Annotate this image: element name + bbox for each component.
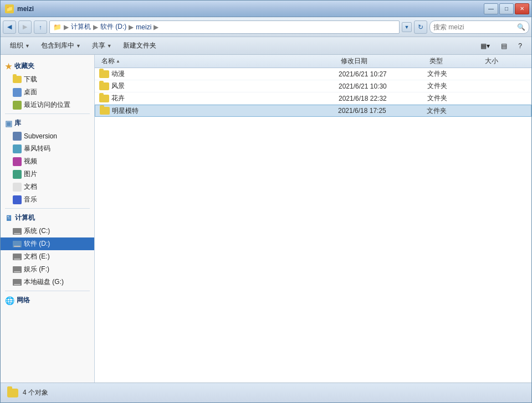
file-type-cell: 文件夹 (427, 94, 483, 103)
view-toggle-button[interactable]: ▦▾ (475, 39, 495, 53)
network-icon: 🌐 (5, 296, 14, 305)
main-content: ★ 收藏夹 下载 桌面 最近访问的位置 (1, 55, 531, 383)
organize-label: 组织 (10, 41, 23, 50)
file-type-cell: 文件夹 (427, 81, 483, 91)
new-folder-button[interactable]: 新建文件夹 (118, 39, 161, 53)
forward-button[interactable]: ▶ (18, 20, 32, 34)
folder-icon (99, 95, 109, 102)
minimize-button[interactable]: — (484, 3, 498, 14)
include-library-button[interactable]: 包含到库中 ▼ (36, 39, 86, 53)
table-row[interactable]: 花卉 2021/6/18 22:32 文件夹 (95, 92, 531, 105)
sidebar-item-download[interactable]: 下载 (1, 73, 94, 86)
col-header-name[interactable]: 名称 ▲ (99, 55, 339, 68)
path-dropdown[interactable]: ▼ (402, 22, 412, 32)
library-icon: ▣ (5, 119, 12, 128)
sidebar-subversion-label: Subversion (24, 132, 57, 140)
view-icon: ▦▾ (480, 42, 490, 50)
path-computer[interactable]: 计算机 (71, 22, 91, 32)
file-type-cell: 文件夹 (427, 106, 482, 116)
sidebar-item-image[interactable]: 图片 (1, 168, 94, 180)
file-date-cell: 2021/6/21 10:30 (339, 82, 427, 90)
help-button[interactable]: ? (513, 39, 527, 53)
table-row[interactable]: 动漫 2021/6/21 10:27 文件夹 (95, 68, 531, 80)
sidebar-item-e-drive[interactable]: 文档 (E:) (1, 250, 94, 263)
maximize-button[interactable]: □ (499, 3, 514, 14)
sidebar-network-header[interactable]: 🌐 网络 (1, 293, 94, 307)
desktop-icon (13, 88, 22, 97)
path-bar: 📁 ▶ 计算机 ▶ 软件 (D:) ▶ meizi ▶ (49, 20, 400, 34)
path-drive[interactable]: 软件 (D:) (100, 22, 126, 32)
close-button[interactable]: ✕ (515, 3, 529, 14)
search-icon[interactable]: 🔍 (517, 23, 525, 31)
file-date-cell: 2021/6/18 17:25 (338, 107, 427, 115)
sidebar-doc-label: 文档 (24, 182, 37, 192)
file-list-header: 名称 ▲ 修改日期 类型 大小 (95, 55, 531, 68)
sidebar-favorites-section: ★ 收藏夹 下载 桌面 最近访问的位置 (1, 59, 94, 111)
new-folder-label: 新建文件夹 (123, 41, 156, 50)
nav-bar: ◀ ▶ ↑ 📁 ▶ 计算机 ▶ 软件 (D:) ▶ meizi ▶ ▼ ↻ 🔍 (1, 17, 531, 37)
status-count: 4 个对象 (23, 388, 48, 397)
share-arrow: ▼ (107, 43, 112, 49)
search-input[interactable] (433, 23, 515, 31)
folder-icon (99, 82, 109, 90)
details-view-button[interactable]: ▤ (496, 39, 512, 53)
f-drive-icon (13, 266, 22, 273)
sidebar-item-desktop[interactable]: 桌面 (1, 86, 94, 99)
file-name-cell: 动漫 (99, 69, 339, 79)
file-list: 动漫 2021/6/21 10:27 文件夹 风景 2021/6/21 10:3… (95, 68, 531, 383)
folder-icon (100, 107, 110, 115)
path-folder[interactable]: meizi (136, 23, 151, 31)
sort-arrow-name: ▲ (116, 59, 120, 64)
sidebar-item-recent[interactable]: 最近访问的位置 (1, 99, 94, 111)
details-icon: ▤ (501, 42, 507, 50)
toolbar: 组织 ▼ 包含到库中 ▼ 共享 ▼ 新建文件夹 ▦▾ ▤ ? (1, 37, 531, 55)
sidebar-network-section: 🌐 网络 (1, 293, 94, 307)
sidebar-favorites-label: 收藏夹 (14, 61, 34, 71)
table-row[interactable]: 风景 2021/6/21 10:30 文件夹 (95, 80, 531, 92)
col-header-size[interactable]: 大小 (483, 55, 527, 68)
music-lib-icon (13, 195, 22, 204)
back-button[interactable]: ◀ (3, 20, 16, 34)
sidebar-item-c-drive[interactable]: 系统 (C:) (1, 225, 94, 237)
d-drive-icon (13, 241, 22, 247)
sidebar-desktop-label: 桌面 (24, 87, 37, 97)
sidebar-library-header[interactable]: ▣ 库 (1, 116, 94, 130)
sidebar-item-video[interactable]: 视频 (1, 155, 94, 168)
col-header-date[interactable]: 修改日期 (339, 55, 427, 68)
sidebar-item-doc[interactable]: 文档 (1, 180, 94, 193)
sidebar-library-label: 库 (14, 118, 21, 128)
video-lib-icon (13, 157, 22, 166)
title-bar-controls: — □ ✕ (484, 3, 529, 14)
sidebar-favorites-header[interactable]: ★ 收藏夹 (1, 59, 94, 73)
table-row[interactable]: 明星模特 2021/6/18 17:25 文件夹 (95, 105, 531, 117)
file-name-label: 动漫 (111, 69, 125, 79)
refresh-button[interactable]: ↻ (414, 20, 427, 34)
folder-icon (99, 70, 109, 78)
sidebar-computer-section: 🖥 计算机 系统 (C:) 软件 (D:) 文档 (E:) 娱乐 (1, 211, 94, 288)
sidebar-item-baofeng[interactable]: 暴风转码 (1, 142, 94, 155)
sidebar-f-label: 娱乐 (F:) (24, 265, 49, 274)
sidebar-item-f-drive[interactable]: 娱乐 (F:) (1, 263, 94, 276)
include-library-label: 包含到库中 (41, 41, 74, 50)
window: 📁 meizi — □ ✕ ◀ ▶ ↑ 📁 ▶ 计算机 ▶ 软件 (D:) ▶ … (0, 0, 532, 403)
sidebar-download-label: 下载 (24, 75, 37, 84)
sidebar-item-subversion[interactable]: Subversion (1, 130, 94, 142)
e-drive-icon (13, 254, 22, 260)
file-type-cell: 文件夹 (427, 69, 483, 79)
sidebar: ★ 收藏夹 下载 桌面 最近访问的位置 (1, 55, 95, 383)
help-icon: ? (518, 42, 522, 50)
sidebar-item-d-drive[interactable]: 软件 (D:) (1, 237, 94, 250)
divider-1 (5, 113, 90, 114)
col-size-label: 大小 (485, 56, 498, 66)
organize-button[interactable]: 组织 ▼ (5, 39, 35, 53)
title-bar-left: 📁 meizi (5, 4, 34, 13)
sidebar-computer-header[interactable]: 🖥 计算机 (1, 211, 94, 225)
sidebar-recent-label: 最近访问的位置 (24, 100, 70, 110)
up-button[interactable]: ↑ (34, 20, 47, 34)
file-area: 名称 ▲ 修改日期 类型 大小 动漫 202 (95, 55, 531, 383)
col-header-type[interactable]: 类型 (427, 55, 483, 68)
share-button[interactable]: 共享 ▼ (87, 39, 117, 53)
sidebar-item-music[interactable]: 音乐 (1, 193, 94, 206)
sidebar-item-g-drive[interactable]: 本地磁盘 (G:) (1, 276, 94, 288)
sidebar-c-label: 系统 (C:) (24, 226, 50, 236)
